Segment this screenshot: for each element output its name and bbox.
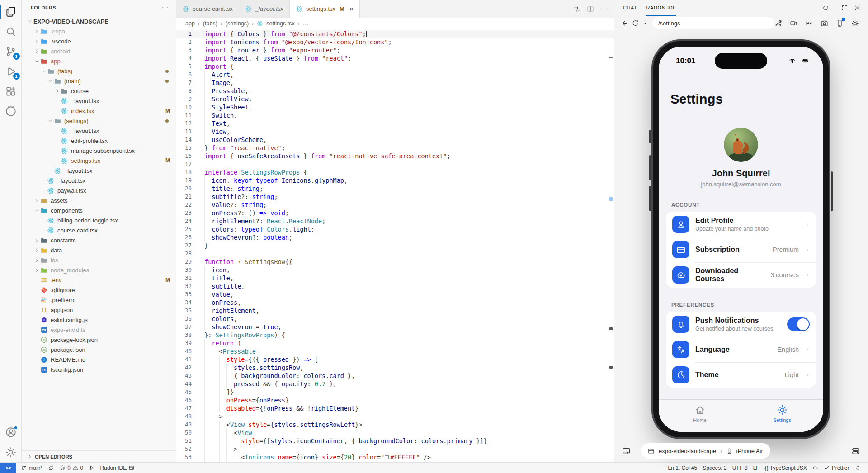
tree-item[interactable]: _layout.tsx (22, 175, 176, 185)
activity-item-explorer[interactable] (0, 2, 22, 22)
tree-item[interactable]: index.tsxM (22, 106, 176, 116)
status-language-mode[interactable]: {} TypeScript JSX (762, 463, 810, 473)
phone-tab-settings[interactable]: Settings (741, 400, 823, 432)
tab-_layout.tsx[interactable]: _layout.tsx (239, 0, 290, 18)
tree-item[interactable]: android (22, 46, 176, 56)
open-editors-section[interactable]: OPEN EDITORS (22, 450, 176, 462)
breadcrumb-item[interactable]: (settings) (226, 20, 249, 27)
close-icon[interactable] (854, 5, 861, 11)
breadcrumb-item[interactable]: … (303, 20, 309, 27)
activity-item-extensions[interactable] (0, 81, 22, 101)
breadcrumb-item[interactable]: (tabs) (203, 20, 217, 27)
tree-item[interactable]: {}app.json (22, 305, 176, 315)
activity-item-manage-settings[interactable] (0, 442, 22, 462)
element-inspector-icon[interactable] (622, 447, 631, 455)
settings-row-subscription[interactable]: SubscriptionPremium (666, 237, 816, 262)
chevron-down-icon[interactable] (643, 21, 648, 26)
dev-tools-icon[interactable] (774, 19, 782, 27)
tree-item-root[interactable]: EXPO-VIDEO-LANDSCAPE (22, 16, 176, 26)
status-git-branch[interactable]: main* (18, 463, 45, 473)
tree-item[interactable]: manage-subscription.tsx (22, 146, 176, 156)
status-git-sync[interactable] (45, 463, 57, 473)
close-icon[interactable]: × (349, 5, 354, 12)
tree-item[interactable]: JSpackage-lock.json (22, 335, 176, 345)
settings-row-edit-profile[interactable]: Edit ProfileUpdate your name and photo (666, 212, 816, 237)
split-editor-icon[interactable] (587, 5, 594, 13)
device-selector[interactable]: expo-video-landscape › iPhone Air (641, 443, 770, 459)
device-settings-icon[interactable] (851, 19, 859, 27)
settings-row-downloaded-courses[interactable]: Downloaded Courses3 courses (666, 262, 816, 288)
breadcrumb-item[interactable]: app (185, 20, 195, 27)
status-indentation[interactable]: Spaces: 2 (700, 463, 729, 473)
tree-item[interactable]: course (22, 86, 176, 96)
screenshot-icon[interactable] (821, 19, 828, 27)
device-toggles-icon[interactable] (851, 447, 860, 455)
status-eol[interactable]: LF (750, 463, 762, 473)
status-radon-ide-status[interactable]: Radon IDE (98, 463, 137, 473)
tree-item[interactable]: _layout.tsx (22, 126, 176, 136)
expand-icon[interactable] (841, 5, 848, 11)
tree-item[interactable]: edit-profile.tsx (22, 136, 176, 146)
status-encoding[interactable]: UTF-8 (730, 463, 750, 473)
record-video-icon[interactable] (790, 19, 797, 27)
tree-item[interactable]: .envM (22, 275, 176, 285)
tree-item[interactable]: settings.tsxM (22, 156, 176, 166)
status-cursor-position[interactable]: Ln 1, Col 45 (665, 463, 700, 473)
breadcrumb-item[interactable]: settings.tsx (266, 20, 295, 27)
tree-item[interactable]: course-card.tsx (22, 225, 176, 235)
tree-item[interactable]: _layout.tsx (22, 96, 176, 106)
tree-item[interactable]: .gitignore (22, 285, 176, 295)
activity-item-github[interactable] (0, 101, 22, 121)
tree-item[interactable]: README.md (22, 355, 176, 364)
activity-item-run-and-debug[interactable]: 1 (0, 61, 22, 81)
code-editor[interactable]: 1import { Colors } from "@/constants/Col… (176, 29, 614, 462)
settings-row-language[interactable]: LanguageEnglish (666, 337, 816, 362)
status-notifications[interactable] (852, 463, 864, 473)
activity-item-source-control[interactable]: 3 (0, 42, 22, 61)
settings-row-push-notifications[interactable]: Push NotificationsGet notified about new… (666, 312, 816, 337)
tab-course-card.tsx[interactable]: course-card.tsx (176, 0, 239, 18)
tree-item[interactable]: .prettierrc (22, 295, 176, 305)
device-profile-icon[interactable] (836, 19, 844, 27)
route-url-bar[interactable]: /settings (652, 17, 774, 29)
panel-tab-chat[interactable]: CHAT (623, 0, 637, 16)
tree-item[interactable]: node_modules (22, 265, 176, 275)
replay-icon[interactable] (805, 19, 813, 27)
tree-item[interactable]: assets (22, 195, 176, 205)
tree-item[interactable]: .vscode (22, 36, 176, 46)
tree-item[interactable]: TStsconfig.json (22, 364, 176, 374)
tree-item[interactable]: components (22, 205, 176, 215)
tree-item[interactable]: ios (22, 255, 176, 265)
toggle-switch[interactable] (787, 317, 810, 331)
reload-icon[interactable] (632, 19, 639, 27)
sidebar-more-actions-icon[interactable] (161, 4, 169, 11)
settings-row-theme[interactable]: ThemeLight (666, 362, 816, 388)
more-actions-icon[interactable] (600, 5, 608, 13)
open-changes-icon[interactable] (573, 5, 580, 13)
activity-item-search[interactable] (0, 22, 22, 42)
tree-item[interactable]: paywall.tsx (22, 185, 176, 195)
tree-item[interactable]: (tabs) (22, 66, 176, 76)
tree-item[interactable]: JSpackage.json (22, 345, 176, 355)
panel-tab-radon-ide[interactable]: RADON IDE (646, 0, 677, 16)
tree-item[interactable]: TSexpo-env.d.ts (22, 325, 176, 335)
power-icon[interactable] (822, 5, 829, 11)
status-copilot[interactable] (810, 463, 821, 473)
tree-item[interactable]: _layout.tsx (22, 166, 176, 175)
tree-item[interactable]: data (22, 245, 176, 255)
status-formatter[interactable]: Prettier (821, 463, 852, 473)
status-debug-status[interactable] (86, 463, 98, 473)
tree-item[interactable]: constants (22, 235, 176, 245)
status-problems[interactable]: 00 (57, 463, 86, 473)
tree-item[interactable]: (main) (22, 76, 176, 86)
phone-screen[interactable]: 10:01 Settings (659, 47, 823, 432)
avatar[interactable] (724, 128, 758, 162)
back-icon[interactable] (621, 19, 629, 27)
tree-item[interactable]: app (22, 56, 176, 66)
activity-item-accounts[interactable] (0, 422, 22, 442)
remote-indicator[interactable]: >< (0, 463, 16, 473)
tree-item[interactable]: (settings) (22, 116, 176, 126)
tree-item[interactable]: billing-period-toggle.tsx (22, 215, 176, 225)
tree-item[interactable]: .expo (22, 26, 176, 36)
tree-item[interactable]: eslint.config.js (22, 315, 176, 325)
